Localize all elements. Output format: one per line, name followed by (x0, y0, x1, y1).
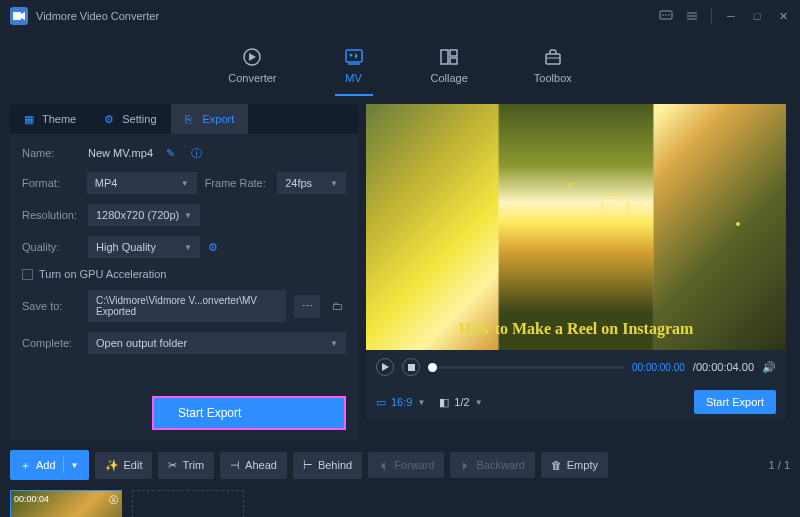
progress-bar[interactable] (428, 366, 624, 369)
ahead-button[interactable]: ⊣Ahead (220, 452, 287, 479)
clip-duration: 00:00:04 (14, 494, 49, 507)
svg-rect-0 (13, 12, 21, 20)
collage-icon (438, 46, 460, 68)
chevron-down-icon: ▼ (181, 179, 189, 188)
preview-area: How to Make a Reel on Instagram (366, 104, 786, 350)
format-select[interactable]: MP4▼ (87, 172, 197, 194)
feedback-icon[interactable] (659, 9, 673, 23)
ahead-icon: ⊣ (230, 459, 240, 472)
forward-button[interactable]: ⏴Forward (368, 452, 444, 478)
volume-icon[interactable]: 🔊 (762, 361, 776, 374)
clip-thumbnail[interactable]: 00:00:04ⓧ ▷ 🔇 ✦ ✂ (10, 490, 122, 517)
behind-button[interactable]: ⊢Behind (293, 452, 362, 479)
start-export-button[interactable]: Start Export (152, 396, 346, 430)
quality-label: Quality: (22, 241, 80, 253)
close-icon[interactable]: ✕ (776, 9, 790, 23)
name-value: New MV.mp4 (88, 147, 153, 159)
svg-rect-13 (450, 58, 457, 64)
name-label: Name: (22, 147, 80, 159)
resolution-select[interactable]: 1280x720 (720p)▼ (88, 204, 200, 226)
plus-icon: ＋ (20, 458, 31, 473)
svg-point-4 (668, 14, 670, 16)
subtab-setting[interactable]: ⚙Setting (90, 104, 170, 134)
tab-collage[interactable]: Collage (423, 40, 476, 96)
gear-icon[interactable]: ⚙ (208, 241, 218, 254)
app-logo (10, 7, 28, 25)
theme-icon: ▦ (24, 113, 36, 125)
backward-icon: ⏵ (460, 459, 471, 471)
complete-select[interactable]: Open output folder▼ (88, 332, 346, 354)
saveto-field[interactable]: C:\Vidmore\Vidmore V...onverter\MV Expor… (88, 290, 286, 322)
gpu-checkbox[interactable]: Turn on GPU Acceleration (22, 268, 346, 280)
play-button[interactable] (376, 358, 394, 376)
backward-button[interactable]: ⏵Backward (450, 452, 534, 478)
chevron-down-icon: ▼ (71, 461, 79, 470)
tab-toolbox[interactable]: Toolbox (526, 40, 580, 96)
preview-caption: How to Make a Reel on Instagram (366, 320, 786, 338)
chevron-down-icon: ▼ (184, 211, 192, 220)
aspect-ratio-select[interactable]: ▭16:9▼ (376, 396, 425, 409)
edit-button[interactable]: ✨Edit (95, 452, 153, 479)
quality-select[interactable]: High Quality▼ (88, 236, 200, 258)
trash-icon: 🗑 (551, 459, 562, 471)
remove-clip-icon[interactable]: ⓧ (109, 494, 118, 507)
svg-point-2 (662, 14, 664, 16)
separator (711, 8, 712, 24)
export-icon: ⎘ (185, 113, 197, 125)
page-ratio-select[interactable]: ◧1/2▼ (439, 396, 482, 409)
add-clip-button[interactable]: + (132, 490, 244, 517)
saveto-more[interactable]: ⋯ (294, 295, 320, 318)
chevron-down-icon: ▼ (417, 398, 425, 407)
trim-button[interactable]: ✂Trim (158, 452, 214, 479)
minimize-icon[interactable]: ─ (724, 9, 738, 23)
chevron-down-icon: ▼ (475, 398, 483, 407)
svg-rect-14 (546, 54, 560, 64)
svg-point-3 (665, 14, 667, 16)
subtab-export[interactable]: ⎘Export (171, 104, 249, 134)
empty-button[interactable]: 🗑Empty (541, 452, 608, 478)
time-current: 00:00:00.00 (632, 362, 685, 373)
edit-name-icon[interactable]: ✎ (161, 144, 179, 162)
setting-icon: ⚙ (104, 113, 116, 125)
plus-icon: + (180, 510, 196, 517)
format-label: Format: (22, 177, 79, 189)
add-button[interactable]: ＋Add▼ (10, 450, 89, 480)
time-total: /00:00:04.00 (693, 361, 754, 373)
toolbox-icon (542, 46, 564, 68)
svg-rect-17 (408, 364, 415, 371)
converter-icon (241, 46, 263, 68)
maximize-icon[interactable]: □ (750, 9, 764, 23)
aspect-icon: ▭ (376, 396, 386, 409)
checkbox-icon (22, 269, 33, 280)
menu-icon[interactable] (685, 9, 699, 23)
svg-rect-12 (450, 50, 457, 56)
svg-rect-9 (346, 50, 362, 62)
subtab-theme[interactable]: ▦Theme (10, 104, 90, 134)
svg-rect-11 (441, 50, 448, 64)
chevron-down-icon: ▼ (330, 179, 338, 188)
tab-mv[interactable]: MV (335, 40, 373, 96)
svg-point-10 (349, 54, 352, 57)
resolution-label: Resolution: (22, 209, 80, 221)
tab-converter[interactable]: Converter (220, 40, 284, 96)
split-icon: ◧ (439, 396, 449, 409)
complete-label: Complete: (22, 337, 80, 349)
framerate-label: Frame Rate: (205, 177, 270, 189)
info-icon[interactable]: ⓘ (187, 144, 205, 162)
stop-button[interactable] (402, 358, 420, 376)
saveto-label: Save to: (22, 300, 80, 312)
chevron-down-icon: ▼ (184, 243, 192, 252)
folder-icon[interactable]: 🗀 (328, 297, 346, 315)
chevron-down-icon: ▼ (330, 339, 338, 348)
framerate-select[interactable]: 24fps▼ (277, 172, 346, 194)
scissors-icon: ✂ (168, 459, 177, 472)
mv-icon (343, 46, 365, 68)
forward-icon: ⏴ (378, 459, 389, 471)
behind-icon: ⊢ (303, 459, 313, 472)
start-export-button-right[interactable]: Start Export (694, 390, 776, 414)
wand-icon: ✨ (105, 459, 119, 472)
app-title: Vidmore Video Converter (36, 10, 159, 22)
page-indicator: 1 / 1 (769, 459, 790, 471)
